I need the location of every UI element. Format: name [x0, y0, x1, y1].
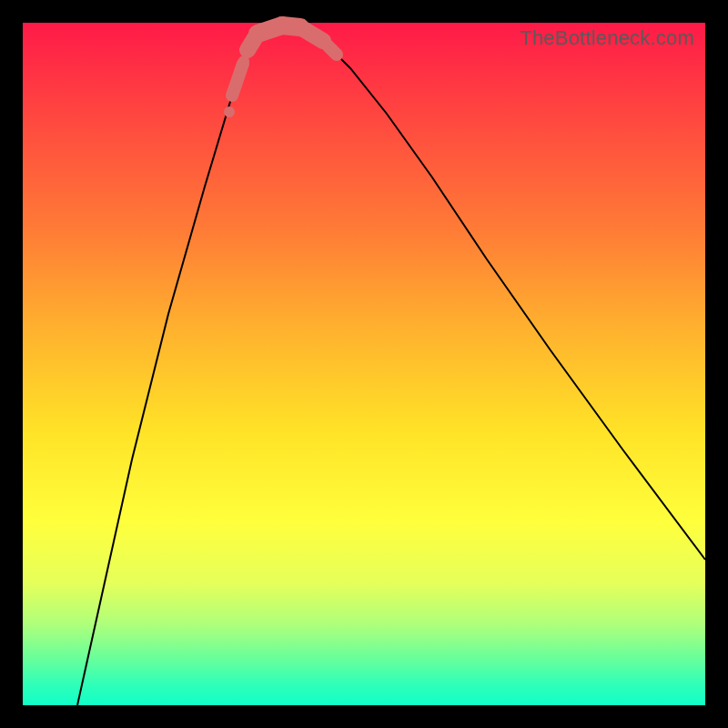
highlight-dot [224, 106, 235, 117]
highlight-segment [232, 64, 243, 96]
highlight-layer [224, 25, 337, 117]
bottleneck-curve [77, 25, 705, 705]
highlight-dot [238, 56, 249, 66]
chart-frame: TheBottleneck.com [23, 23, 705, 705]
bottleneck-plot [23, 23, 705, 705]
highlight-segment [323, 41, 337, 55]
